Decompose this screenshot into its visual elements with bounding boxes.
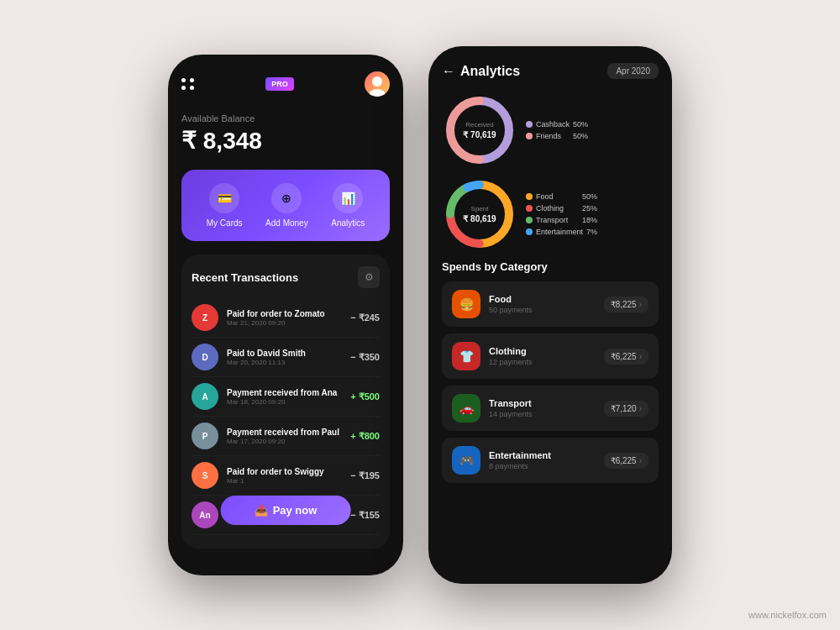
tx-title: Recent Transactions xyxy=(192,271,298,284)
table-row[interactable]: A Payment received from Ana Mar 18, 2020… xyxy=(192,377,380,417)
transport-info: Transport 14 payments xyxy=(489,398,596,418)
category-food[interactable]: 🍔 Food 50 payments ₹8,225 › xyxy=(442,281,659,327)
legend-item: Cashback 50% xyxy=(526,120,588,129)
watermark: www.nickelfox.com xyxy=(748,610,827,620)
right-phone: ← Analytics Apr 2020 Received ₹ 70,619 xyxy=(428,46,672,584)
received-label: Received ₹ 70,619 xyxy=(463,121,496,139)
avatar[interactable] xyxy=(365,71,390,97)
chevron-right-icon: › xyxy=(639,404,642,413)
legend-item: Food 50% xyxy=(526,192,597,201)
pay-now-button[interactable]: 📤 Pay now xyxy=(221,496,351,525)
svg-point-0 xyxy=(372,76,382,87)
legend-item: Transport 18% xyxy=(526,216,597,224)
date-badge[interactable]: Apr 2020 xyxy=(607,63,659,79)
spent-chart-row: Spent ₹ 80,619 Food 50% Clothing 25% Tr xyxy=(442,176,659,252)
analytics-title: Analytics xyxy=(460,64,520,79)
transport-amount: ₹7,120 › xyxy=(604,401,648,417)
table-row[interactable]: Z Paid for order to Zomato Mar 21, 2020 … xyxy=(192,298,380,338)
back-arrow-icon: ← xyxy=(442,64,455,79)
received-donut: Received ₹ 70,619 xyxy=(442,92,517,168)
table-row[interactable]: D Paid to David Smith Mar 20, 2020 11:13… xyxy=(192,338,380,377)
tx-info: Paid for order to Zomato Mar 21, 2020 09… xyxy=(227,309,342,327)
avatar: A xyxy=(192,383,218,410)
cards-icon: 💳 xyxy=(209,183,239,213)
quick-actions: 💳 My Cards ⊕ Add Money 📊 Analytics xyxy=(181,170,390,241)
add-money-icon: ⊕ xyxy=(271,183,302,213)
avatar: Z xyxy=(192,304,218,331)
avatar: P xyxy=(192,423,218,449)
category-entertainment[interactable]: 🎮 Entertainment 8 payments ₹6,225 › xyxy=(442,438,659,483)
pro-badge: PRO xyxy=(265,77,294,91)
cards-label: My Cards xyxy=(207,218,243,228)
friends-dot xyxy=(526,133,533,139)
clothing-info: Clothing 12 payments xyxy=(489,346,596,366)
category-clothing[interactable]: 👕 Clothing 12 payments ₹6,225 › xyxy=(442,333,659,379)
analytics-header: ← Analytics Apr 2020 xyxy=(442,63,659,79)
pay-now-icon: 📤 xyxy=(255,504,268,517)
chevron-right-icon: › xyxy=(639,300,642,309)
tx-info: Paid for order to Swiggy Mar 1 xyxy=(227,467,342,485)
category-transport[interactable]: 🚗 Transport 14 payments ₹7,120 › xyxy=(442,386,659,431)
balance-amount: ₹ 8,348 xyxy=(181,127,390,155)
spent-label: Spent ₹ 80,619 xyxy=(463,205,496,223)
food-info: Food 50 payments xyxy=(489,294,596,314)
action-add-money[interactable]: ⊕ Add Money xyxy=(265,183,308,228)
tx-info: Paid to David Smith Mar 20, 2020 11:13 xyxy=(227,349,342,366)
balance-section: Available Balance ₹ 8,348 xyxy=(181,113,390,155)
entertainment-info: Entertainment 8 payments xyxy=(489,450,596,470)
chevron-right-icon: › xyxy=(639,456,642,465)
balance-label: Available Balance xyxy=(181,113,390,123)
entertainment-icon: 🎮 xyxy=(452,446,480,475)
spent-legend: Food 50% Clothing 25% Transport 18% Ente… xyxy=(526,192,597,236)
svg-point-1 xyxy=(369,89,386,97)
food-dot xyxy=(526,193,533,200)
transport-icon: 🚗 xyxy=(452,394,480,423)
table-row[interactable]: P Payment received from Paul Mar 17, 202… xyxy=(192,417,380,456)
filter-button[interactable]: ⚙ xyxy=(358,266,380,288)
entertainment-amount: ₹6,225 › xyxy=(604,453,648,469)
legend-item: Clothing 25% xyxy=(526,204,597,213)
left-header: PRO xyxy=(181,71,390,97)
avatar: S xyxy=(192,462,218,489)
tx-info: Payment received from Ana Mar 18, 2020 0… xyxy=(227,388,342,406)
back-button[interactable]: ← Analytics xyxy=(442,64,520,79)
avatar: D xyxy=(192,344,218,370)
analytics-icon: 📊 xyxy=(333,183,363,213)
transport-dot xyxy=(526,217,533,223)
cashback-dot xyxy=(526,121,533,128)
clothing-icon: 👕 xyxy=(452,342,480,370)
action-analytics[interactable]: 📊 Analytics xyxy=(331,183,365,228)
legend-item: Entertainment 7% xyxy=(526,228,597,236)
action-my-cards[interactable]: 💳 My Cards xyxy=(207,183,243,228)
food-amount: ₹8,225 › xyxy=(604,297,648,312)
analytics-label: Analytics xyxy=(331,218,365,228)
received-legend: Cashback 50% Friends 50% xyxy=(526,120,588,140)
tx-header: Recent Transactions ⚙ xyxy=(192,266,380,288)
left-phone: PRO Available Balance ₹ 8,348 💳 My Cards… xyxy=(168,55,403,575)
received-chart-row: Received ₹ 70,619 Cashback 50% Friends 5… xyxy=(442,92,659,168)
table-row[interactable]: S Paid for order to Swiggy Mar 1 − ₹195 xyxy=(192,456,380,496)
entertainment-dot xyxy=(526,228,533,235)
add-money-label: Add Money xyxy=(265,218,308,228)
clothing-dot xyxy=(526,205,533,212)
legend-item: Friends 50% xyxy=(526,132,588,140)
food-icon: 🍔 xyxy=(452,290,480,318)
chevron-right-icon: › xyxy=(639,352,642,361)
tx-info: Payment received from Paul Mar 17, 2020 … xyxy=(227,428,342,445)
spends-title: Spends by Category xyxy=(442,260,659,273)
avatar: An xyxy=(192,501,218,528)
spent-donut: Spent ₹ 80,619 xyxy=(442,176,517,252)
menu-icon[interactable] xyxy=(181,78,195,90)
clothing-amount: ₹6,225 › xyxy=(604,349,648,365)
